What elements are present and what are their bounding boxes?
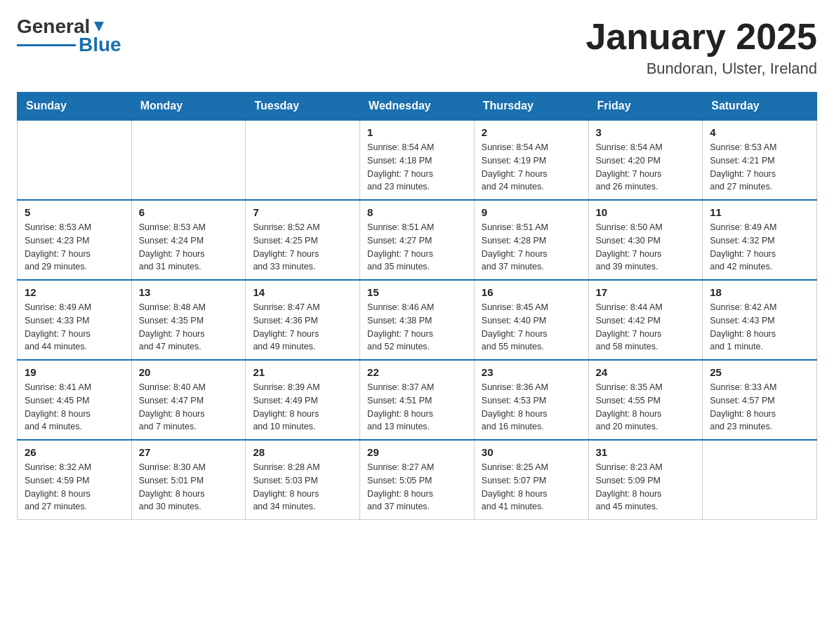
weekday-header-tuesday: Tuesday <box>246 93 360 121</box>
calendar-cell: 30Sunrise: 8:25 AMSunset: 5:07 PMDayligh… <box>474 440 588 520</box>
day-info: Sunrise: 8:50 AMSunset: 4:30 PMDaylight:… <box>596 221 696 274</box>
day-number: 16 <box>482 286 581 298</box>
calendar-cell: 25Sunrise: 8:33 AMSunset: 4:57 PMDayligh… <box>703 360 817 440</box>
day-info: Sunrise: 8:25 AMSunset: 5:07 PMDaylight:… <box>482 461 581 514</box>
calendar-cell: 17Sunrise: 8:44 AMSunset: 4:42 PMDayligh… <box>588 280 703 360</box>
weekday-header-row: SundayMondayTuesdayWednesdayThursdayFrid… <box>18 93 817 121</box>
calendar-cell: 31Sunrise: 8:23 AMSunset: 5:09 PMDayligh… <box>588 440 703 520</box>
calendar-cell <box>246 120 360 200</box>
day-info: Sunrise: 8:39 AMSunset: 4:49 PMDaylight:… <box>253 381 352 434</box>
calendar-cell: 15Sunrise: 8:46 AMSunset: 4:38 PMDayligh… <box>360 280 475 360</box>
day-info: Sunrise: 8:54 AMSunset: 4:18 PMDaylight:… <box>367 141 467 194</box>
day-info: Sunrise: 8:47 AMSunset: 4:36 PMDaylight:… <box>253 301 352 354</box>
day-info: Sunrise: 8:41 AMSunset: 4:45 PMDaylight:… <box>25 381 124 434</box>
day-number: 2 <box>482 126 581 138</box>
day-info: Sunrise: 8:40 AMSunset: 4:47 PMDaylight:… <box>139 381 239 434</box>
day-info: Sunrise: 8:51 AMSunset: 4:28 PMDaylight:… <box>482 221 581 274</box>
day-number: 15 <box>367 286 467 298</box>
day-info: Sunrise: 8:54 AMSunset: 4:20 PMDaylight:… <box>596 141 696 194</box>
weekday-header-saturday: Saturday <box>703 93 817 121</box>
weekday-header-monday: Monday <box>131 93 246 121</box>
day-info: Sunrise: 8:36 AMSunset: 4:53 PMDaylight:… <box>482 381 581 434</box>
day-number: 1 <box>367 126 467 138</box>
calendar-cell: 29Sunrise: 8:27 AMSunset: 5:05 PMDayligh… <box>360 440 475 520</box>
day-info: Sunrise: 8:45 AMSunset: 4:40 PMDaylight:… <box>482 301 581 354</box>
day-number: 10 <box>596 206 696 218</box>
day-info: Sunrise: 8:30 AMSunset: 5:01 PMDaylight:… <box>139 461 239 514</box>
day-number: 6 <box>139 206 239 218</box>
calendar-cell: 3Sunrise: 8:54 AMSunset: 4:20 PMDaylight… <box>588 120 703 200</box>
weekday-header-wednesday: Wednesday <box>360 93 475 121</box>
calendar-cell: 21Sunrise: 8:39 AMSunset: 4:49 PMDayligh… <box>246 360 360 440</box>
day-number: 28 <box>253 446 352 458</box>
day-number: 5 <box>25 206 124 218</box>
calendar-cell: 7Sunrise: 8:52 AMSunset: 4:25 PMDaylight… <box>246 200 360 280</box>
calendar-cell: 16Sunrise: 8:45 AMSunset: 4:40 PMDayligh… <box>474 280 588 360</box>
calendar-cell: 8Sunrise: 8:51 AMSunset: 4:27 PMDaylight… <box>360 200 475 280</box>
day-number: 20 <box>139 366 239 378</box>
day-number: 22 <box>367 366 467 378</box>
day-number: 27 <box>139 446 239 458</box>
calendar-week-row: 5Sunrise: 8:53 AMSunset: 4:23 PMDaylight… <box>18 200 817 280</box>
calendar-cell: 11Sunrise: 8:49 AMSunset: 4:32 PMDayligh… <box>703 200 817 280</box>
day-number: 18 <box>710 286 809 298</box>
day-number: 8 <box>367 206 467 218</box>
day-info: Sunrise: 8:53 AMSunset: 4:23 PMDaylight:… <box>25 221 124 274</box>
calendar-table: SundayMondayTuesdayWednesdayThursdayFrid… <box>17 92 817 520</box>
day-info: Sunrise: 8:33 AMSunset: 4:57 PMDaylight:… <box>710 381 809 434</box>
page-header: General Blue January 2025 Bundoran, Ulst… <box>17 17 817 78</box>
day-number: 21 <box>253 366 352 378</box>
day-info: Sunrise: 8:44 AMSunset: 4:42 PMDaylight:… <box>596 301 696 354</box>
calendar-week-row: 1Sunrise: 8:54 AMSunset: 4:18 PMDaylight… <box>18 120 817 200</box>
day-number: 14 <box>253 286 352 298</box>
logo: General Blue <box>17 17 121 55</box>
calendar-cell: 19Sunrise: 8:41 AMSunset: 4:45 PMDayligh… <box>18 360 132 440</box>
svg-marker-0 <box>94 22 104 32</box>
day-number: 29 <box>367 446 467 458</box>
location-subtitle: Bundoran, Ulster, Ireland <box>585 60 817 78</box>
calendar-cell: 10Sunrise: 8:50 AMSunset: 4:30 PMDayligh… <box>588 200 703 280</box>
calendar-cell: 22Sunrise: 8:37 AMSunset: 4:51 PMDayligh… <box>360 360 475 440</box>
day-number: 19 <box>25 366 124 378</box>
day-info: Sunrise: 8:23 AMSunset: 5:09 PMDaylight:… <box>596 461 696 514</box>
calendar-cell: 5Sunrise: 8:53 AMSunset: 4:23 PMDaylight… <box>18 200 132 280</box>
calendar-cell: 18Sunrise: 8:42 AMSunset: 4:43 PMDayligh… <box>703 280 817 360</box>
day-number: 25 <box>710 366 809 378</box>
day-number: 24 <box>596 366 696 378</box>
weekday-header-friday: Friday <box>588 93 703 121</box>
day-number: 13 <box>139 286 239 298</box>
calendar-cell <box>131 120 246 200</box>
day-info: Sunrise: 8:51 AMSunset: 4:27 PMDaylight:… <box>367 221 467 274</box>
day-info: Sunrise: 8:37 AMSunset: 4:51 PMDaylight:… <box>367 381 467 434</box>
day-number: 3 <box>596 126 696 138</box>
month-title: January 2025 <box>585 17 817 57</box>
weekday-header-sunday: Sunday <box>18 93 132 121</box>
calendar-cell: 24Sunrise: 8:35 AMSunset: 4:55 PMDayligh… <box>588 360 703 440</box>
calendar-cell <box>703 440 817 520</box>
calendar-cell: 23Sunrise: 8:36 AMSunset: 4:53 PMDayligh… <box>474 360 588 440</box>
calendar-cell: 4Sunrise: 8:53 AMSunset: 4:21 PMDaylight… <box>703 120 817 200</box>
day-info: Sunrise: 8:35 AMSunset: 4:55 PMDaylight:… <box>596 381 696 434</box>
calendar-cell: 26Sunrise: 8:32 AMSunset: 4:59 PMDayligh… <box>18 440 132 520</box>
day-info: Sunrise: 8:28 AMSunset: 5:03 PMDaylight:… <box>253 461 352 514</box>
calendar-cell: 12Sunrise: 8:49 AMSunset: 4:33 PMDayligh… <box>18 280 132 360</box>
logo-triangle-icon <box>91 19 107 34</box>
day-info: Sunrise: 8:49 AMSunset: 4:32 PMDaylight:… <box>710 221 809 274</box>
weekday-header-thursday: Thursday <box>474 93 588 121</box>
calendar-cell: 6Sunrise: 8:53 AMSunset: 4:24 PMDaylight… <box>131 200 246 280</box>
day-info: Sunrise: 8:27 AMSunset: 5:05 PMDaylight:… <box>367 461 467 514</box>
day-number: 7 <box>253 206 352 218</box>
calendar-week-row: 12Sunrise: 8:49 AMSunset: 4:33 PMDayligh… <box>18 280 817 360</box>
day-info: Sunrise: 8:42 AMSunset: 4:43 PMDaylight:… <box>710 301 809 354</box>
day-number: 26 <box>25 446 124 458</box>
day-number: 31 <box>596 446 696 458</box>
calendar-cell: 28Sunrise: 8:28 AMSunset: 5:03 PMDayligh… <box>246 440 360 520</box>
title-area: January 2025 Bundoran, Ulster, Ireland <box>585 17 817 78</box>
calendar-cell: 13Sunrise: 8:48 AMSunset: 4:35 PMDayligh… <box>131 280 246 360</box>
day-number: 23 <box>482 366 581 378</box>
calendar-cell: 2Sunrise: 8:54 AMSunset: 4:19 PMDaylight… <box>474 120 588 200</box>
day-number: 17 <box>596 286 696 298</box>
calendar-week-row: 26Sunrise: 8:32 AMSunset: 4:59 PMDayligh… <box>18 440 817 520</box>
calendar-cell <box>18 120 132 200</box>
day-info: Sunrise: 8:54 AMSunset: 4:19 PMDaylight:… <box>482 141 581 194</box>
